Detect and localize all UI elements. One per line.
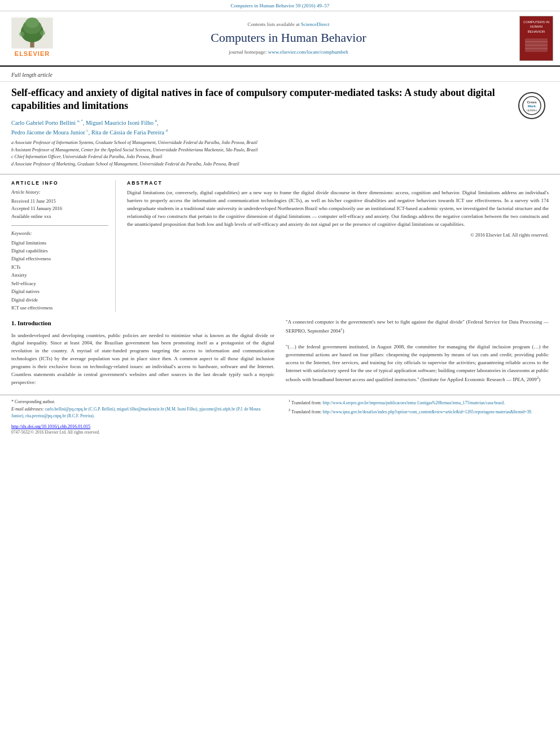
keyword-7: Digital natives <box>11 287 108 295</box>
affiliation-b: b Assistant Professor of Management, Cen… <box>11 147 509 154</box>
footnote-ref-1: 1 <box>340 327 343 331</box>
journal-citation-bar: Computers in Human Behavior 59 (2016) 49… <box>0 0 560 11</box>
svg-point-6 <box>40 30 45 36</box>
email-line: E-mail addresses: carlo.bellini@pq.cnpq.… <box>11 406 272 419</box>
sciencedirect-link[interactable]: ScienceDirect <box>301 21 329 27</box>
authors-line: Carlo Gabriel Porto Bellini a, *, Miguel… <box>11 118 509 137</box>
elsevier-wordmark: ELSEVIER <box>15 50 50 58</box>
fn2: 2 Translated from: http://www.ipea.gov.b… <box>288 408 549 415</box>
journal-center: Contents lists available at ScienceDirec… <box>63 21 514 56</box>
fn1: 1 Translated from: http://www.4.serpro.g… <box>288 399 549 406</box>
intro-heading: 1. Introduction <box>11 318 274 328</box>
crossmark-block: Cross Mark updates <box>515 86 549 119</box>
fn1-link[interactable]: http://www.4.serpro.gov.br/imprensa/publ… <box>323 400 505 405</box>
elsevier-tree-icon <box>10 18 55 49</box>
journal-homepage-link[interactable]: www.elsevier.com/locate/comphumbeh <box>268 49 348 55</box>
body-columns: 1. Introduction In underdeveloped and de… <box>11 318 549 387</box>
body-right-col: "A connected computer is the government'… <box>286 318 549 387</box>
journal-cover-image: COMPUTERS IN HUMAN BEHAVIOR <box>519 16 553 61</box>
keyword-5: Anxiety <box>11 271 108 279</box>
quote-1: "A connected computer is the government'… <box>286 318 549 335</box>
article-info-heading: ARTICLE INFO <box>11 180 108 187</box>
introduction-section: 1. Introduction In underdeveloped and de… <box>0 312 560 387</box>
accepted-date: Accepted 11 January 2016 <box>11 205 108 213</box>
history-label: Article history: <box>11 189 108 196</box>
article-title: Self-efficacy and anxiety of digital nat… <box>11 86 509 113</box>
crossmark-icon: Cross Mark updates <box>522 96 541 115</box>
keywords-label: Keywords: <box>11 230 108 237</box>
available-online: Available online xxx <box>11 213 108 221</box>
svg-point-4 <box>25 18 39 28</box>
article-info-column: ARTICLE INFO Article history: Received 1… <box>11 180 116 312</box>
doi-link[interactable]: http://dx.doi.org/10.1016/j.chb.2016.01.… <box>11 424 90 429</box>
abstract-heading: ABSTRACT <box>127 180 549 187</box>
keyword-6: Self-efficacy <box>11 279 108 287</box>
copyright-line: © 2016 Elsevier Ltd. All rights reserved… <box>127 232 549 239</box>
keyword-2: Digital capabilities <box>11 247 108 255</box>
received-date: Received 11 June 2015 <box>11 198 108 206</box>
article-title-block: Self-efficacy and anxiety of digital nat… <box>11 86 509 168</box>
affiliations: a Associate Professor of Information Sys… <box>11 139 509 168</box>
article-info-abstract: ARTICLE INFO Article history: Received 1… <box>0 174 560 312</box>
author-link-3[interactable]: Pedro Jácome de Moura Junior <box>11 129 85 135</box>
affiliation-c: c Chief Information Officer, Universidad… <box>11 154 509 161</box>
affiliation-d: d Associate Professor of Marketing, Grad… <box>11 161 509 168</box>
keyword-1: Digital limitations <box>11 239 108 247</box>
journal-citation: Computers in Human Behavior 59 (2016) 49… <box>231 3 330 8</box>
crossmark-logo[interactable]: Cross Mark updates <box>518 92 545 119</box>
fn2-link[interactable]: http://www.ipea.gov.br/desafios/index.ph… <box>323 409 532 414</box>
journal-homepage: journal homepage: www.elsevier.com/locat… <box>63 49 514 56</box>
doi-line: http://dx.doi.org/10.1016/j.chb.2016.01.… <box>0 423 560 430</box>
body-left-col: 1. Introduction In underdeveloped and de… <box>11 318 274 387</box>
affiliation-a: a Associate Professor of Information Sys… <box>11 139 509 147</box>
article-type: Full length article <box>0 67 560 82</box>
footnote-left: * Corresponding author. E-mail addresses… <box>11 399 272 419</box>
author-link[interactable]: Carlo Gabriel Porto Bellini <box>11 120 76 126</box>
abstract-column: ABSTRACT Digital limitations (or, conver… <box>127 180 549 312</box>
keywords-section: Keywords: Digital limitations Digital ca… <box>11 230 108 312</box>
footnote-right: 1 Translated from: http://www.4.serpro.g… <box>288 399 549 419</box>
keyword-3: Digital effectiveness <box>11 255 108 263</box>
keyword-9: ICT use effectiveness <box>11 304 108 312</box>
svg-text:Mark: Mark <box>528 104 536 108</box>
quote-2: "(…) the federal government instituted, … <box>286 343 549 384</box>
journal-cover-graphic <box>522 34 550 56</box>
sciencedirect-line: Contents lists available at ScienceDirec… <box>63 21 514 28</box>
article-main-header: Self-efficacy and anxiety of digital nat… <box>0 82 560 168</box>
article-history: Article history: Received 11 June 2015 A… <box>11 189 108 226</box>
intro-body-text: In underdeveloped and developing countri… <box>11 332 274 387</box>
footnotes-section: * Corresponding author. E-mail addresses… <box>0 395 560 419</box>
author-link-4[interactable]: Rita de Cássia de Faria Pereira <box>91 129 164 135</box>
keyword-8: Digital divide <box>11 296 108 304</box>
svg-text:Cross: Cross <box>527 101 537 104</box>
journal-title: Computers in Human Behavior <box>63 29 514 47</box>
elsevier-logo: ELSEVIER <box>7 18 58 58</box>
email-addresses: carlo.bellini@pq.cnpq.br (C.G.P. Bellini… <box>11 407 261 418</box>
keyword-4: ICTs <box>11 263 108 271</box>
svg-text:updates: updates <box>527 108 537 112</box>
svg-point-5 <box>19 32 24 37</box>
abstract-text: Digital limitations (or, conversely, dig… <box>127 189 549 229</box>
author-link-2[interactable]: Miguel Mauricio Isoni Filho <box>86 120 154 126</box>
corresponding-label: * Corresponding author. <box>11 399 272 405</box>
issn-line: 0747-5632/© 2016 Elsevier Ltd. All right… <box>0 430 560 440</box>
journal-header: ELSEVIER Contents lists available at Sci… <box>0 11 560 67</box>
